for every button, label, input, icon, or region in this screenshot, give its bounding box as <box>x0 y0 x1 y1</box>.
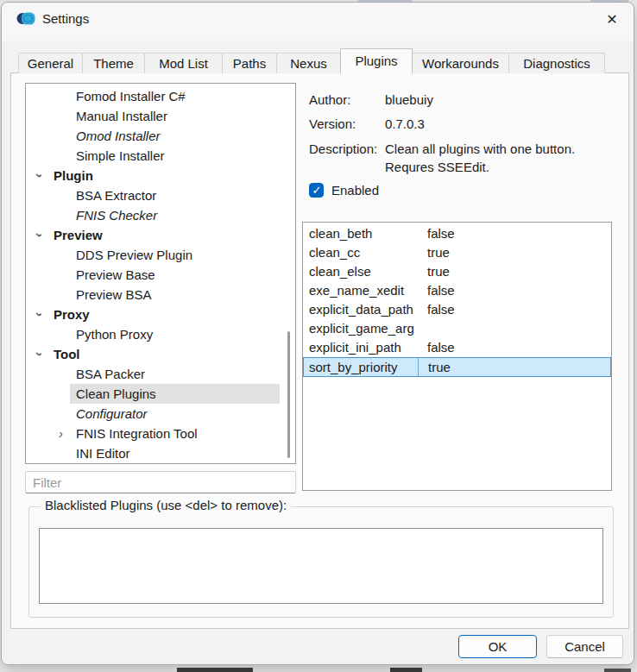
tree-item-label: BSA Extractor <box>76 188 156 203</box>
setting-key: clean_cc <box>309 243 418 262</box>
tree-item-label: Fomod Installer C# <box>76 89 186 104</box>
tab[interactable]: Paths <box>222 53 277 73</box>
tree-item[interactable]: Clean Plugins <box>26 384 295 404</box>
setting-row[interactable]: explicit_ini_pathfalse <box>303 338 611 357</box>
description-row2: Requres SSEEdit. <box>309 160 489 174</box>
tree-item[interactable]: INI Editor <box>26 443 295 463</box>
tree-item[interactable]: Fomod Installer C# <box>26 86 295 106</box>
setting-value[interactable]: false <box>418 338 455 357</box>
tree-item[interactable]: Simple Installer <box>26 146 295 166</box>
setting-value[interactable]: true <box>419 358 451 376</box>
tree-item[interactable]: BSA Packer <box>26 364 295 384</box>
tree-item[interactable]: Plugin <box>26 166 295 185</box>
setting-value[interactable]: true <box>418 262 450 281</box>
tree-item[interactable]: DDS Preview Plugin <box>26 245 295 265</box>
background-artifact <box>604 669 631 672</box>
background-artifact <box>177 668 253 672</box>
setting-value[interactable]: false <box>418 224 455 243</box>
setting-value[interactable]: true <box>418 243 450 262</box>
tree-scrollbar[interactable] <box>287 331 290 458</box>
tab[interactable]: Workarounds <box>412 53 509 73</box>
tab[interactable]: Plugins <box>340 48 413 73</box>
tree-item-label: DDS Preview Plugin <box>76 248 192 262</box>
chevron-icon[interactable] <box>30 233 50 237</box>
app-icon <box>16 10 35 28</box>
tree-item-label: INI Editor <box>76 446 130 461</box>
tree-item[interactable]: Configurator <box>26 404 295 424</box>
setting-row[interactable]: clean_elsetrue <box>303 262 611 281</box>
setting-value[interactable]: false <box>418 281 455 300</box>
author-value: bluebuiy <box>385 92 433 107</box>
plugins-tab-pane: Fomod Installer C# Manual Installer Omod… <box>10 72 629 629</box>
tree-item-label: FNIS Integration Tool <box>76 426 198 441</box>
tree-item[interactable]: BSA Extractor <box>26 185 295 205</box>
close-icon[interactable]: ✕ <box>597 6 627 32</box>
setting-key: exe_name_xedit <box>309 281 418 300</box>
tree-item[interactable]: FNIS Checker <box>26 205 295 225</box>
setting-row[interactable]: explicit_game_arg <box>303 319 611 338</box>
blacklist-list[interactable] <box>39 528 603 604</box>
setting-row[interactable]: clean_cctrue <box>303 243 611 262</box>
tree-item-label: Simple Installer <box>76 148 165 163</box>
tab[interactable]: General <box>18 53 83 73</box>
tab[interactable]: Diagnostics <box>508 53 605 73</box>
filter-input[interactable] <box>25 471 296 493</box>
setting-row[interactable]: clean_bethfalse <box>303 224 611 243</box>
description-row: Description: Clean all plugins with one … <box>309 141 575 156</box>
tree-item[interactable]: Preview BSA <box>26 285 295 305</box>
tab[interactable]: Nexus <box>276 53 341 73</box>
window-title: Settings <box>42 11 89 26</box>
tree-item[interactable]: Preview <box>26 225 295 245</box>
description-line2: Requres SSEEdit. <box>385 160 489 174</box>
setting-row[interactable]: explicit_data_pathfalse <box>303 300 611 319</box>
description-label: Description: <box>309 141 385 156</box>
version-label: Version: <box>309 116 385 131</box>
tree-item-label: Configurator <box>76 406 148 421</box>
chevron-icon[interactable] <box>30 173 50 178</box>
tree-item[interactable]: Proxy <box>26 305 295 324</box>
tree-item[interactable]: Tool <box>26 344 295 364</box>
enabled-row: Enabled <box>309 183 379 198</box>
tab[interactable]: Mod List <box>144 53 223 73</box>
setting-row[interactable]: sort_by_prioritytrue <box>303 357 611 377</box>
ok-button[interactable]: OK <box>458 635 537 658</box>
version-value: 0.7.0.3 <box>385 116 425 131</box>
author-label: Author: <box>309 92 385 107</box>
setting-value[interactable]: false <box>418 300 455 319</box>
tree-item[interactable]: Python Proxy <box>26 324 295 344</box>
setting-row[interactable]: exe_name_xeditfalse <box>303 281 611 300</box>
tree-item-label: Preview Base <box>76 267 155 282</box>
plugin-tree[interactable]: Fomod Installer C# Manual Installer Omod… <box>25 83 296 464</box>
tree-item-label: Proxy <box>54 307 90 322</box>
settings-dialog: Settings ✕ General Theme Mod List Paths … <box>1 2 634 665</box>
enabled-label: Enabled <box>331 183 379 198</box>
tree-item[interactable]: Manual Installer <box>26 106 295 126</box>
tree-item-label: Python Proxy <box>76 327 153 342</box>
cancel-button[interactable]: Cancel <box>546 635 623 658</box>
tree-item-label: Manual Installer <box>76 109 167 123</box>
chevron-icon[interactable] <box>30 312 50 317</box>
chevron-icon[interactable] <box>30 352 50 356</box>
setting-key: explicit_game_arg <box>309 319 418 338</box>
tree-item-label: Omod Installer <box>76 129 161 143</box>
description-line1: Clean all plugins with one button. <box>385 141 575 156</box>
tree-item[interactable]: FNIS Integration Tool <box>26 424 295 443</box>
enabled-checkbox[interactable] <box>309 183 324 198</box>
setting-key: clean_beth <box>309 224 418 243</box>
tree-item-label: FNIS Checker <box>76 208 157 223</box>
title-bar[interactable]: Settings ✕ <box>2 3 634 41</box>
tree-item-label: Tool <box>54 347 80 361</box>
blacklist-group-label: Blacklisted Plugins (use <del> to remove… <box>41 498 291 512</box>
tree-item-label: Preview BSA <box>76 287 152 302</box>
tree-item-label: BSA Packer <box>76 367 145 381</box>
tab[interactable]: Theme <box>82 53 145 73</box>
tree-item[interactable]: Preview Base <box>26 265 295 285</box>
tree-item[interactable]: Omod Installer <box>26 126 295 146</box>
version-row: Version: 0.7.0.3 <box>309 116 425 131</box>
settings-tab-bar: General Theme Mod List Paths Nexus Plugi… <box>18 48 605 73</box>
author-row: Author: bluebuiy <box>309 92 433 107</box>
setting-key: explicit_ini_path <box>309 338 418 357</box>
setting-key: sort_by_priority <box>309 358 419 376</box>
chevron-icon[interactable] <box>59 424 63 443</box>
plugin-settings-table[interactable]: clean_bethfalse clean_cctrue clean_elset… <box>302 222 612 491</box>
